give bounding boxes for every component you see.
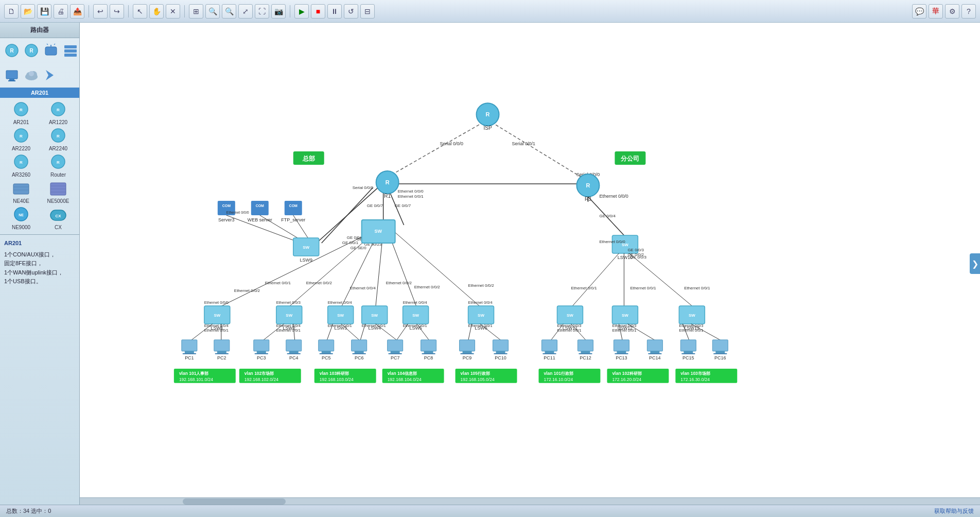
router-icon-2[interactable]: R bbox=[23, 41, 40, 60]
svg-text:COM: COM bbox=[222, 204, 231, 208]
arrow-tool-icon[interactable] bbox=[42, 66, 60, 84]
pan-button[interactable]: ✋ bbox=[149, 4, 164, 19]
svg-text:Ethernet 0/0/0: Ethernet 0/0/0 bbox=[204, 300, 229, 305]
fitscreen-button[interactable]: ⤢ bbox=[238, 4, 253, 19]
cluster-icon[interactable] bbox=[62, 41, 79, 60]
ar1220-icon[interactable]: R AR1220 bbox=[41, 102, 75, 125]
tools-row bbox=[0, 63, 79, 88]
svg-rect-227 bbox=[542, 353, 556, 354]
ar201-label: AR201 bbox=[13, 119, 29, 125]
svg-text:PC13: PC13 bbox=[616, 355, 627, 360]
svg-text:Ethernet 0/0/2: Ethernet 0/0/2 bbox=[414, 285, 441, 289]
svg-text:R: R bbox=[20, 160, 23, 165]
svg-text:vlan 102科研部: vlan 102科研部 bbox=[612, 371, 642, 376]
ne9000-icon[interactable]: NE NE9000 bbox=[4, 207, 38, 230]
ne5000e-icon[interactable]: NE5000E bbox=[41, 181, 75, 204]
svg-rect-235 bbox=[615, 353, 628, 354]
svg-rect-209 bbox=[388, 340, 403, 351]
arrow-tool-svg bbox=[43, 67, 59, 83]
ap-icon[interactable] bbox=[42, 41, 60, 60]
svg-text:vlan 105行政部: vlan 105行政部 bbox=[461, 371, 491, 376]
svg-text:SW: SW bbox=[567, 313, 573, 318]
svg-rect-9 bbox=[64, 49, 77, 53]
router-icon-1[interactable]: R bbox=[3, 41, 21, 60]
svg-text:Ethernet 0/0/1: Ethernet 0/0/1 bbox=[557, 328, 581, 333]
settings-button[interactable]: ⚙ bbox=[945, 4, 959, 19]
new-button[interactable]: 🗋 bbox=[4, 4, 19, 19]
svg-text:GE 0/0/4: GE 0/0/4 bbox=[599, 214, 616, 218]
svg-text:Ethernet 0/0/1: Ethernet 0/0/1 bbox=[276, 328, 301, 333]
fitview-button[interactable]: ⊞ bbox=[189, 4, 203, 19]
open-button[interactable]: 📂 bbox=[21, 4, 35, 19]
stop-button[interactable]: ■ bbox=[311, 4, 325, 19]
sep2 bbox=[128, 5, 129, 18]
svg-text:SW: SW bbox=[374, 229, 382, 234]
network-diagram: 总部 分公司 Serial 0/0/0 Serial 0/0/1 R ISP bbox=[80, 23, 980, 505]
svg-line-6 bbox=[47, 44, 48, 45]
svg-text:Serial 0/0/0: Serial 0/0/0 bbox=[353, 185, 374, 190]
svg-text:Ethernet 0/0/4: Ethernet 0/0/4 bbox=[403, 300, 427, 305]
svg-rect-219 bbox=[461, 353, 474, 354]
select-button[interactable]: ↖ bbox=[133, 4, 147, 19]
cloud-tool-icon[interactable] bbox=[23, 66, 40, 84]
pc-tool-icon[interactable] bbox=[3, 66, 21, 84]
cx-icon[interactable]: CX CX bbox=[41, 207, 75, 230]
config-button[interactable]: ⊟ bbox=[360, 4, 375, 19]
ne40e-icon[interactable]: NE40E bbox=[4, 181, 38, 204]
redo-button[interactable]: ↪ bbox=[110, 4, 124, 19]
svg-rect-193 bbox=[254, 340, 269, 351]
ar2240-icon[interactable]: R AR2240 bbox=[41, 128, 75, 151]
network-canvas[interactable]: 总部 分公司 Serial 0/0/0 Serial 0/0/1 R ISP bbox=[80, 23, 980, 505]
ar201-svg: R bbox=[12, 102, 30, 118]
reset-button[interactable]: ↺ bbox=[344, 4, 358, 19]
ar201-icon[interactable]: R AR201 bbox=[4, 102, 38, 125]
cloud-tool-svg bbox=[24, 67, 39, 83]
zoom-button[interactable]: 🔍 bbox=[205, 4, 220, 19]
undo-button[interactable]: ↩ bbox=[93, 4, 108, 19]
horizontal-scrollbar[interactable] bbox=[80, 497, 980, 505]
info-line-3: 1个WAN侧uplink接口， bbox=[4, 268, 75, 278]
help-link[interactable]: 获取帮助与反馈 bbox=[934, 507, 974, 515]
help-button[interactable]: ? bbox=[961, 4, 976, 19]
svg-marker-18 bbox=[46, 70, 54, 80]
svg-text:PC3: PC3 bbox=[257, 355, 266, 360]
save-button[interactable]: 💾 bbox=[37, 4, 51, 19]
router-svg-1: R bbox=[4, 43, 20, 58]
ar3260-icon[interactable]: R AR3260 bbox=[4, 154, 38, 178]
router-generic-icon[interactable]: R Router bbox=[41, 154, 75, 178]
svg-text:PC14: PC14 bbox=[649, 355, 660, 360]
svg-text:R: R bbox=[586, 182, 590, 188]
status-count: 总数：34 选中：0 bbox=[6, 507, 51, 515]
huawei-button[interactable]: 華 bbox=[929, 4, 943, 19]
router-generic-svg: R bbox=[49, 154, 67, 171]
ar2220-icon[interactable]: R AR2220 bbox=[4, 128, 38, 151]
ne9000-svg: NE bbox=[12, 207, 30, 223]
screenshot-button[interactable]: 📷 bbox=[271, 4, 286, 19]
start-button[interactable]: ▶ bbox=[294, 4, 309, 19]
msg-button[interactable]: 💬 bbox=[912, 4, 926, 19]
export-button[interactable]: 📤 bbox=[70, 4, 84, 19]
svg-rect-202 bbox=[322, 351, 331, 353]
svg-rect-207 bbox=[353, 353, 366, 354]
svg-text:PC4: PC4 bbox=[289, 355, 298, 360]
svg-text:Serial 0/0/0: Serial 0/0/0 bbox=[440, 141, 463, 146]
svg-rect-243 bbox=[681, 353, 695, 354]
statusbar: 总数：34 选中：0 获取帮助与反馈 bbox=[0, 505, 980, 517]
zoomout-button[interactable]: 🔍 bbox=[222, 4, 236, 19]
cluster-svg bbox=[63, 43, 78, 58]
svg-line-175 bbox=[396, 324, 408, 341]
delete-button[interactable]: ✕ bbox=[166, 4, 180, 19]
svg-line-7 bbox=[54, 44, 55, 45]
fullscreen-button[interactable]: ⛶ bbox=[255, 4, 269, 19]
right-panel-toggle[interactable]: ❯ bbox=[970, 253, 980, 274]
svg-text:PC7: PC7 bbox=[391, 355, 399, 360]
device-info-box: AR201 1个CON/AUX接口， 固定8FE接口， 1个WAN侧uplink… bbox=[0, 234, 79, 290]
info-line-2: 固定8FE接口， bbox=[4, 259, 75, 268]
svg-rect-245 bbox=[712, 340, 728, 351]
svg-line-99 bbox=[572, 253, 619, 306]
svg-rect-194 bbox=[257, 351, 266, 353]
svg-text:Server3: Server3 bbox=[218, 217, 234, 222]
print-button[interactable]: 🖨 bbox=[54, 4, 68, 19]
svg-rect-237 bbox=[647, 340, 662, 351]
pause-button[interactable]: ⏸ bbox=[327, 4, 342, 19]
